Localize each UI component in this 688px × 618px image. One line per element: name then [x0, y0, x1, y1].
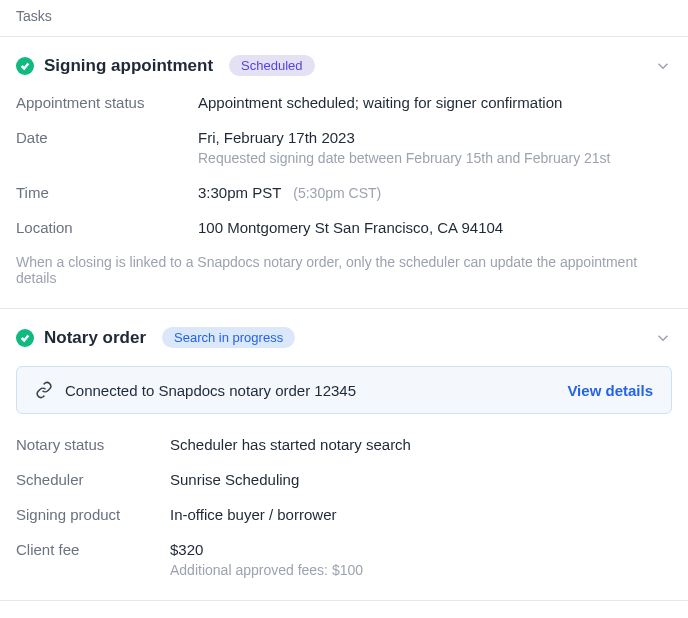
- notary-order-title: Notary order: [44, 328, 146, 348]
- appointment-status-label: Appointment status: [16, 94, 198, 111]
- chevron-down-icon[interactable]: [654, 57, 672, 75]
- client-fee-value: $320: [170, 541, 363, 558]
- signing-footnote: When a closing is linked to a Snapdocs n…: [16, 254, 672, 286]
- view-details-link[interactable]: View details: [567, 382, 653, 399]
- date-row: Date Fri, February 17th 2023 Requested s…: [16, 129, 672, 166]
- location-value: 100 Montgomery St San Francisco, CA 9410…: [198, 219, 503, 236]
- scheduler-label: Scheduler: [16, 471, 170, 488]
- signing-product-value: In-office buyer / borrower: [170, 506, 336, 523]
- notary-order-header[interactable]: Notary order Search in progress: [16, 327, 672, 348]
- time-label: Time: [16, 184, 198, 201]
- date-label: Date: [16, 129, 198, 146]
- notary-status-label: Notary status: [16, 436, 170, 453]
- notary-order-section: Notary order Search in progress Connecte…: [0, 309, 688, 600]
- appointment-status-row: Appointment status Appointment scheduled…: [16, 94, 672, 111]
- client-fee-note: Additional approved fees: $100: [170, 562, 363, 578]
- search-in-progress-badge: Search in progress: [162, 327, 295, 348]
- divider: [0, 600, 688, 601]
- connected-order-text: Connected to Snapdocs notary order 12345: [65, 382, 356, 399]
- time-alt: (5:30pm CST): [293, 185, 381, 201]
- time-row: Time 3:30pm PST (5:30pm CST): [16, 184, 672, 201]
- appointment-status-value: Appointment scheduled; waiting for signe…: [198, 94, 562, 111]
- check-circle-icon: [16, 329, 34, 347]
- link-icon: [35, 381, 53, 399]
- scheduler-value: Sunrise Scheduling: [170, 471, 299, 488]
- signing-appointment-title: Signing appointment: [44, 56, 213, 76]
- signing-product-row: Signing product In-office buyer / borrow…: [16, 506, 672, 523]
- scheduled-badge: Scheduled: [229, 55, 314, 76]
- time-value: 3:30pm PST: [198, 184, 281, 201]
- chevron-down-icon[interactable]: [654, 329, 672, 347]
- client-fee-label: Client fee: [16, 541, 170, 558]
- notary-status-value: Scheduler has started notary search: [170, 436, 411, 453]
- location-row: Location 100 Montgomery St San Francisco…: [16, 219, 672, 236]
- signing-product-label: Signing product: [16, 506, 170, 523]
- signing-appointment-section: Signing appointment Scheduled Appointmen…: [0, 37, 688, 308]
- date-value: Fri, February 17th 2023: [198, 129, 611, 146]
- check-circle-icon: [16, 57, 34, 75]
- date-note: Requested signing date between February …: [198, 150, 611, 166]
- connected-order-box: Connected to Snapdocs notary order 12345…: [16, 366, 672, 414]
- scheduler-row: Scheduler Sunrise Scheduling: [16, 471, 672, 488]
- tasks-header: Tasks: [0, 0, 688, 36]
- signing-appointment-header[interactable]: Signing appointment Scheduled: [16, 55, 672, 76]
- notary-status-row: Notary status Scheduler has started nota…: [16, 436, 672, 453]
- client-fee-row: Client fee $320 Additional approved fees…: [16, 541, 672, 578]
- location-label: Location: [16, 219, 198, 236]
